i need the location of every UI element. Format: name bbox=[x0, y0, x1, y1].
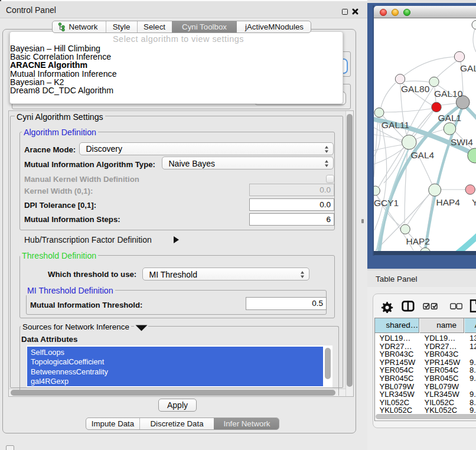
svg-text:GAL80: GAL80 bbox=[401, 84, 430, 94]
svg-text:HAP4: HAP4 bbox=[436, 197, 461, 207]
svg-text:GAL11: GAL11 bbox=[382, 120, 409, 130]
svg-text:SWI4: SWI4 bbox=[451, 137, 473, 147]
svg-text:GAL4: GAL4 bbox=[411, 150, 435, 160]
svg-text:GAL10: GAL10 bbox=[434, 89, 463, 99]
svg-text:GAL1: GAL1 bbox=[438, 113, 462, 123]
svg-text:HAP2: HAP2 bbox=[406, 236, 431, 246]
svg-text:Y: Y bbox=[472, 197, 476, 207]
svg-text:GAL2: GAL2 bbox=[460, 63, 476, 73]
svg-text:GCY1: GCY1 bbox=[374, 198, 399, 208]
